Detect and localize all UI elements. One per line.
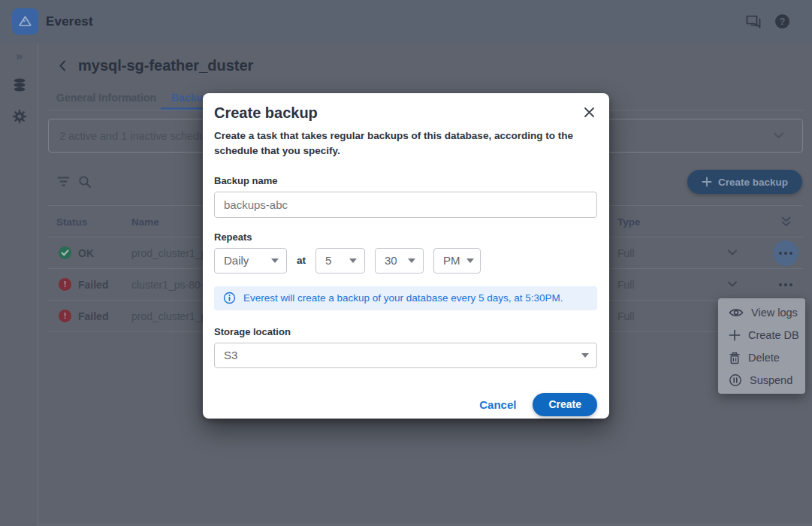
pause-circle-icon xyxy=(729,373,742,387)
cell-backup-name: cluster1_ps-80-g xyxy=(131,279,210,291)
column-header-name[interactable]: Name xyxy=(131,216,159,228)
plus-icon xyxy=(702,177,712,187)
eye-icon xyxy=(729,307,744,318)
backup-name-input[interactable] xyxy=(214,192,597,218)
menu-item-suspend[interactable]: Suspend xyxy=(718,369,805,391)
plus-icon xyxy=(729,329,741,341)
caret-down-icon xyxy=(466,258,474,263)
settings-gear-icon xyxy=(11,108,28,125)
error-circle-icon: ! xyxy=(59,278,71,291)
schedules-summary: 2 active and 1 inactive schedule xyxy=(59,130,214,142)
column-header-type[interactable]: Type xyxy=(617,216,641,228)
cell-backup-name: prod_cluster1_p xyxy=(131,310,207,322)
check-circle-icon xyxy=(59,246,71,259)
page-title: mysql-sg-feather_duster xyxy=(78,57,253,74)
storage-location-select[interactable]: S3 xyxy=(214,343,597,368)
mountain-icon xyxy=(17,14,33,29)
close-icon xyxy=(584,107,595,118)
search-icon[interactable] xyxy=(78,175,92,189)
row-actions-menu-button[interactable] xyxy=(777,245,794,261)
cell-backup-type: Full xyxy=(617,279,635,291)
menu-item-view-logs[interactable]: View logs xyxy=(718,301,805,324)
dialog-description: Create a task that takes regular backups… xyxy=(214,128,594,159)
at-label: at xyxy=(297,255,306,266)
databases-icon xyxy=(11,77,28,93)
forum-icon[interactable] xyxy=(745,14,762,29)
ellipsis-icon xyxy=(778,283,793,287)
cell-backup-type: Full xyxy=(617,310,635,322)
menu-item-create-db[interactable]: Create DB xyxy=(718,324,805,346)
everest-logo xyxy=(12,8,38,35)
row-actions-menu: View logs Create DB Delete Suspend xyxy=(718,298,805,394)
backup-name-label: Backup name xyxy=(214,175,597,186)
collapsed-sidebar: » xyxy=(0,43,38,526)
dialog-title: Create backup xyxy=(214,104,318,122)
double-arrow-right-icon: » xyxy=(16,50,23,62)
cancel-button[interactable]: Cancel xyxy=(476,394,519,416)
storage-location-label: Storage location xyxy=(214,326,597,337)
column-header-status[interactable]: Status xyxy=(56,216,87,228)
caret-down-icon xyxy=(349,258,357,263)
sidebar-expand-button[interactable]: » xyxy=(0,50,38,62)
create-backup-label: Create backup xyxy=(718,177,788,188)
caret-down-icon xyxy=(271,258,279,263)
trash-icon xyxy=(729,352,741,364)
create-button[interactable]: Create xyxy=(533,393,597,416)
cell-backup-name: prod_cluster1_p xyxy=(131,247,207,259)
back-button[interactable] xyxy=(57,59,68,72)
table-row-status: ! Failed xyxy=(59,310,108,322)
schedule-info-alert: Everest will create a backup of your dat… xyxy=(214,286,597,310)
row-actions-menu-button[interactable] xyxy=(777,277,794,293)
bottom-divider xyxy=(0,524,812,524)
filter-icon[interactable] xyxy=(56,175,71,188)
table-row-status: ! Failed xyxy=(59,278,108,291)
status-badge: OK xyxy=(78,247,94,259)
create-backup-dialog: Create backup Create a task that takes r… xyxy=(203,93,609,419)
frequency-select[interactable]: Daily xyxy=(214,248,287,274)
error-circle-icon: ! xyxy=(59,310,71,322)
ellipsis-icon xyxy=(778,251,793,255)
info-icon xyxy=(223,292,236,304)
brand-title: Everest xyxy=(46,14,93,29)
hour-select[interactable]: 5 xyxy=(315,248,365,274)
menu-item-delete[interactable]: Delete xyxy=(718,346,805,369)
caret-down-icon xyxy=(581,353,589,358)
double-chevron-down-icon[interactable] xyxy=(780,216,792,227)
help-icon[interactable]: ? xyxy=(775,14,789,29)
status-badge: Failed xyxy=(78,310,108,322)
minute-select[interactable]: 30 xyxy=(375,248,424,274)
sidebar-item-databases[interactable] xyxy=(0,77,38,93)
schedule-info-text: Everest will create a backup of your dat… xyxy=(243,292,563,304)
chevron-left-icon xyxy=(57,59,68,72)
chevron-down-icon xyxy=(773,132,784,139)
ampm-select[interactable]: PM xyxy=(433,248,481,274)
tab-general-information[interactable]: General Information xyxy=(56,92,156,104)
chevron-down-icon[interactable] xyxy=(727,281,738,288)
cell-backup-type: Full xyxy=(617,247,635,259)
repeats-label: Repeats xyxy=(214,231,597,243)
chevron-down-icon[interactable] xyxy=(727,249,738,256)
close-button[interactable] xyxy=(581,104,597,120)
caret-down-icon xyxy=(408,258,415,263)
status-badge: Failed xyxy=(78,279,108,291)
table-row-status: OK xyxy=(59,246,94,259)
create-backup-button[interactable]: Create backup xyxy=(687,170,802,194)
sidebar-item-settings[interactable] xyxy=(0,108,38,125)
app-top-bar: Everest ? xyxy=(0,0,812,43)
